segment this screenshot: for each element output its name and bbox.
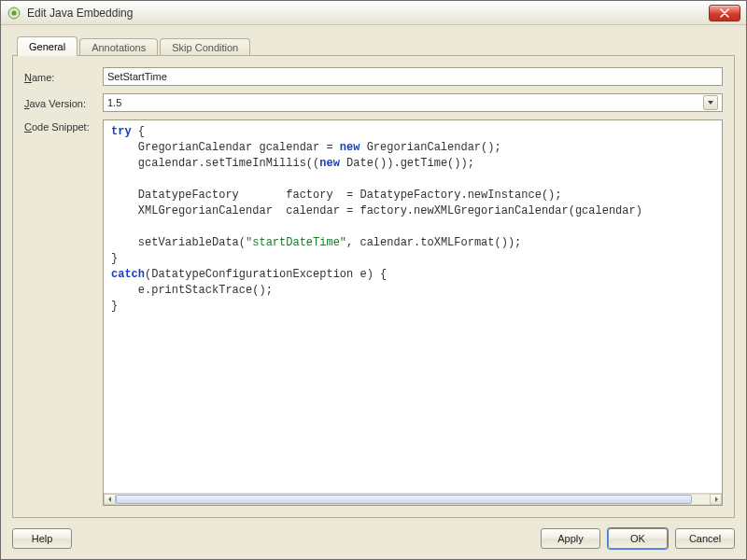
titlebar[interactable]: Edit Java Embedding <box>1 1 746 25</box>
name-input[interactable] <box>103 67 723 86</box>
button-label: Help <box>32 533 53 544</box>
tabpage-general: Name: Java Version: 1.5 <box>12 55 735 518</box>
button-label: Cancel <box>689 533 721 544</box>
tab-annotations[interactable]: Annotations <box>79 38 158 56</box>
label-java-version: Java Version: <box>24 96 97 109</box>
scrollbar-thumb[interactable] <box>116 495 692 504</box>
button-label: Apply <box>557 533 584 544</box>
tab-label: Annotations <box>92 42 146 53</box>
help-button[interactable]: Help <box>12 528 72 549</box>
tab-label: General <box>29 41 65 52</box>
tab-skip-condition[interactable]: Skip Condition <box>160 38 250 56</box>
row-code-snippet: Code Snippet: try { GregorianCalendar gc… <box>24 119 723 506</box>
row-java-version: Java Version: 1.5 <box>24 93 723 112</box>
tabstrip: General Annotations Skip Condition <box>17 35 735 55</box>
close-button[interactable] <box>709 5 740 21</box>
tab-label: Skip Condition <box>172 42 238 53</box>
cancel-button[interactable]: Cancel <box>675 528 735 549</box>
tab-general[interactable]: General <box>17 36 78 56</box>
label-code-snippet: Code Snippet: <box>24 119 97 133</box>
dialog-button-row: Help Apply OK Cancel <box>1 518 746 559</box>
code-snippet-box: try { GregorianCalendar gcalendar = new … <box>103 119 723 506</box>
scroll-right-button[interactable] <box>710 494 722 505</box>
scroll-left-button[interactable] <box>104 494 116 505</box>
ok-button[interactable]: OK <box>608 528 668 549</box>
chevron-down-icon <box>703 95 718 110</box>
window-title: Edit Java Embedding <box>27 7 703 20</box>
button-label: OK <box>630 533 645 544</box>
code-snippet-textarea[interactable]: try { GregorianCalendar gcalendar = new … <box>104 120 722 493</box>
row-name: Name: <box>24 67 723 86</box>
scrollbar-track[interactable] <box>116 494 710 505</box>
dialog-window: Edit Java Embedding General Annotations … <box>0 0 747 560</box>
apply-button[interactable]: Apply <box>541 528 600 549</box>
horizontal-scrollbar[interactable] <box>104 493 722 505</box>
select-value: 1.5 <box>107 97 121 108</box>
app-icon <box>7 6 21 21</box>
svg-point-1 <box>12 10 17 15</box>
label-name: Name: <box>24 70 97 83</box>
dialog-body: General Annotations Skip Condition Name: <box>1 25 746 518</box>
java-version-select[interactable]: 1.5 <box>103 93 723 112</box>
